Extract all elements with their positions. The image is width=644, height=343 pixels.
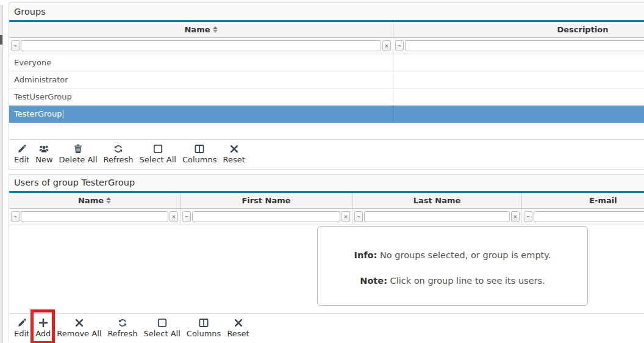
sort-icon (213, 26, 218, 33)
column-label: E-mail (589, 196, 617, 205)
group-row-everyone[interactable]: Everyone (9, 54, 644, 71)
users-add-button[interactable]: Add (35, 317, 51, 338)
users-filter-row: ~ × ~ × ~ × ~ × (9, 209, 644, 225)
info-message: Info: No groups selected, or group is em… (318, 250, 587, 260)
users-columns-button[interactable]: Columns (187, 317, 221, 338)
users-header-row: Name First Name Last Name E-mail (9, 193, 644, 209)
note-label: Note: (360, 276, 387, 286)
users-column-header-email[interactable]: E-mail (522, 193, 644, 208)
info-message-box: Info: No groups selected, or group is em… (317, 226, 588, 306)
group-row-administrator[interactable]: Administrator (9, 71, 644, 88)
text-caret (63, 110, 63, 118)
users-toolbar: Edit Add Remove All Refresh (9, 313, 644, 343)
filter-clear-button[interactable]: × (342, 211, 350, 222)
x-icon (229, 143, 239, 154)
sort-icon (106, 197, 111, 204)
app-viewport: Groups Name Description ~ × ~ (0, 0, 644, 343)
group-name: Administrator (14, 75, 68, 84)
groups-edit-button[interactable]: Edit (14, 143, 29, 164)
column-label: Description (557, 25, 608, 34)
groups-select-all-button[interactable]: Select All (140, 143, 176, 164)
groups-delete-all-button[interactable]: Delete All (59, 143, 98, 164)
pencil-icon (17, 143, 27, 154)
users-email-filter-input[interactable] (534, 211, 644, 222)
users-panel-title: Users of group TesterGroup (9, 175, 644, 193)
groups-reset-button[interactable]: Reset (223, 143, 245, 164)
users-first-name-filter-cell: ~ × (181, 209, 352, 225)
users-column-header-first-name[interactable]: First Name (181, 193, 352, 208)
groups-toolbar: Edit New Delete All Refresh (9, 139, 644, 170)
x-icon (74, 317, 84, 328)
groups-filter-row: ~ × ~ × (9, 38, 644, 54)
columns-icon (199, 317, 209, 328)
plus-icon (38, 317, 48, 328)
refresh-icon (118, 317, 127, 328)
columns-icon (195, 143, 204, 154)
groups-refresh-button[interactable]: Refresh (104, 143, 134, 164)
groups-description-filter-cell: ~ × (393, 38, 644, 54)
groups-panel: Groups Name Description ~ × ~ (9, 2, 644, 170)
users-refresh-button[interactable]: Refresh (107, 317, 137, 338)
checkbox-icon (153, 143, 163, 154)
group-name: TesterGroup (14, 109, 62, 118)
checkbox-icon (157, 317, 167, 328)
column-label: First Name (242, 196, 290, 205)
users-column-header-name[interactable]: Name (9, 193, 181, 208)
groups-columns-button[interactable]: Columns (182, 143, 217, 164)
groups-description-filter-input[interactable] (405, 40, 644, 51)
groups-name-filter-cell: ~ × (9, 38, 393, 54)
users-name-filter-input[interactable] (21, 211, 168, 222)
column-label: Name (184, 25, 210, 34)
splitter-handle-icon (0, 35, 2, 45)
users-last-name-filter-cell: ~ × (352, 209, 522, 225)
group-name: TestUserGroup (14, 92, 72, 101)
users-last-name-filter-input[interactable] (364, 211, 510, 222)
filter-mode-button[interactable]: ~ (11, 40, 20, 51)
trash-icon (73, 143, 83, 154)
users-icon (39, 143, 49, 154)
groups-new-button[interactable]: New (35, 143, 52, 164)
column-label: Name (78, 196, 104, 205)
users-first-name-filter-input[interactable] (192, 211, 340, 222)
pencil-icon (17, 317, 27, 328)
filter-mode-button[interactable]: ~ (182, 211, 191, 222)
groups-panel-title: Groups (9, 3, 644, 22)
filter-mode-button[interactable]: ~ (524, 211, 532, 222)
column-label: Last Name (413, 196, 461, 205)
users-reset-button[interactable]: Reset (227, 317, 249, 338)
filter-clear-button[interactable]: × (382, 40, 391, 51)
users-column-header-last-name[interactable]: Last Name (352, 193, 522, 208)
users-remove-all-button[interactable]: Remove All (57, 317, 101, 338)
group-name: Everyone (14, 58, 51, 67)
users-panel: Users of group TesterGroup Name First Na… (9, 174, 644, 343)
groups-header-row: Name Description (9, 22, 644, 38)
groups-name-filter-input[interactable] (21, 40, 381, 51)
group-row-testergroup-selected[interactable]: TesterGroup (9, 106, 644, 123)
users-email-filter-cell: ~ × (522, 209, 644, 225)
filter-mode-button[interactable]: ~ (354, 211, 363, 222)
filter-clear-button[interactable]: × (511, 211, 520, 222)
note-message: Note: Click on group line to see its use… (318, 276, 587, 286)
info-label: Info: (354, 250, 377, 260)
users-edit-button[interactable]: Edit (14, 317, 29, 338)
groups-column-header-name[interactable]: Name (9, 22, 393, 37)
filter-mode-button[interactable]: ~ (395, 40, 404, 51)
group-row-testusergroup[interactable]: TestUserGroup (9, 88, 644, 106)
filter-mode-button[interactable]: ~ (11, 211, 20, 222)
groups-column-header-description[interactable]: Description (393, 22, 644, 37)
refresh-icon (113, 143, 123, 154)
users-name-filter-cell: ~ × (9, 209, 181, 225)
vertical-splitter[interactable] (0, 5, 3, 343)
x-icon (234, 317, 243, 328)
filter-clear-button[interactable]: × (170, 211, 178, 222)
users-select-all-button[interactable]: Select All (143, 317, 180, 338)
users-table-body: Info: No groups selected, or group is em… (9, 225, 644, 312)
